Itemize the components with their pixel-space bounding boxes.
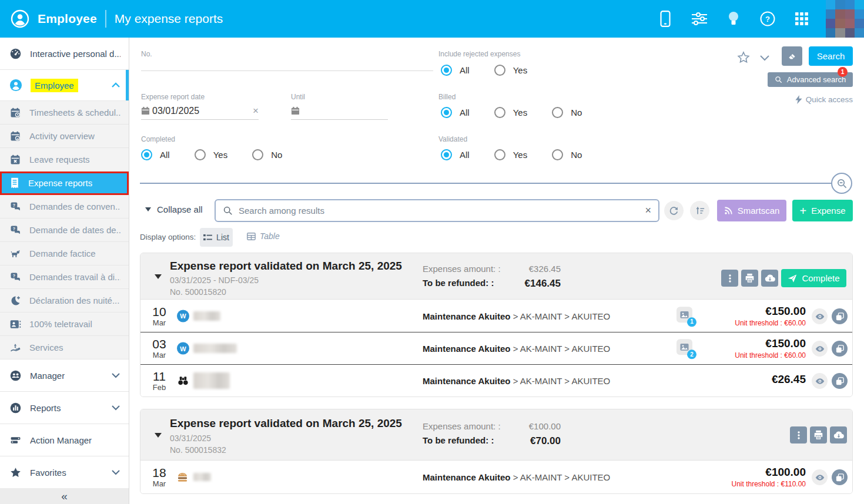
- expense-day: 11: [149, 370, 170, 383]
- expense-row[interactable]: 18Mar Maintenance Akuiteo > AK-MAINT > A…: [140, 460, 852, 493]
- sidebar-item-timesheets[interactable]: Timesheets & schedul...: [0, 101, 129, 125]
- no-input[interactable]: [141, 60, 433, 71]
- radio-validated-no[interactable]: No: [552, 149, 582, 160]
- expense-row[interactable]: 11Feb Maintenance Akuiteo > AK-MAINT > A…: [140, 364, 852, 397]
- sidebar-item-demandes-convenance[interactable]: ? Demandes de conven...: [0, 195, 129, 219]
- expense-row[interactable]: 03Mar W Maintenance Akuiteo > AK-MAINT >…: [140, 332, 852, 364]
- collapse-search-panel-button[interactable]: [831, 173, 852, 194]
- results-search-box: ×: [215, 199, 659, 222]
- until-field[interactable]: [291, 102, 388, 120]
- sidebar-item-teletravail[interactable]: 100% teletravail: [0, 313, 129, 336]
- radio-billed-yes[interactable]: Yes: [494, 107, 527, 118]
- include-rejected-label: Include rejected expenses: [438, 50, 520, 58]
- expenses-amount-label: Expenses amount: :: [423, 264, 517, 274]
- complete-button[interactable]: Complete: [781, 269, 846, 287]
- expense-row[interactable]: 10Mar W Maintenance Akuiteo > AK-MAINT >…: [140, 299, 852, 332]
- collapse-all-toggle[interactable]: Collapse all: [145, 204, 203, 214]
- download-cloud-button[interactable]: [761, 270, 778, 287]
- radio-billed-all[interactable]: All: [441, 107, 470, 118]
- clear-results-search-icon[interactable]: ×: [645, 204, 651, 217]
- redacted-text: [193, 372, 230, 389]
- svg-text:?: ?: [13, 273, 16, 278]
- expense-day: 18: [149, 466, 170, 479]
- radio-validated-yes[interactable]: Yes: [494, 149, 527, 160]
- mobile-app-icon[interactable]: [655, 9, 675, 29]
- more-actions-button[interactable]: [790, 426, 807, 443]
- attachment-image-icon[interactable]: 1: [677, 307, 692, 322]
- display-list-toggle[interactable]: List: [200, 228, 233, 247]
- date-field[interactable]: 03/01/2025 ×: [141, 102, 259, 120]
- collapse-card-icon[interactable]: [155, 274, 162, 279]
- receipt-icon: [9, 177, 20, 189]
- clear-date-icon[interactable]: ×: [253, 105, 259, 117]
- calendar-icon: [291, 106, 300, 115]
- attachment-image-icon[interactable]: 2: [677, 339, 692, 355]
- print-button[interactable]: [810, 426, 827, 443]
- lightbulb-tips-icon[interactable]: [724, 9, 744, 29]
- sidebar-item-action-manager[interactable]: Action Manager: [0, 424, 129, 456]
- radio-completed-yes[interactable]: Yes: [195, 149, 227, 160]
- svg-text:?: ?: [13, 226, 16, 231]
- sidebar-item-favorites[interactable]: Favorites: [0, 456, 129, 489]
- collapse-card-icon[interactable]: [155, 433, 162, 438]
- quick-access-link[interactable]: Quick access: [768, 95, 853, 104]
- expense-day: 10: [149, 305, 170, 318]
- add-expense-button[interactable]: + Expense: [792, 200, 853, 221]
- view-expense-button[interactable]: [812, 469, 828, 485]
- refresh-button[interactable]: [664, 201, 684, 220]
- radio-completed-no[interactable]: No: [252, 149, 282, 160]
- user-avatar[interactable]: [826, 0, 864, 38]
- sidebar-item-services[interactable]: Services: [0, 336, 129, 359]
- smartscan-button[interactable]: Smartscan: [717, 200, 786, 221]
- search-icon: [223, 206, 233, 216]
- duplicate-expense-button[interactable]: [832, 373, 848, 389]
- view-expense-button[interactable]: [812, 373, 828, 389]
- chevron-down-icon: [111, 405, 120, 411]
- apps-grid-icon[interactable]: [792, 9, 812, 29]
- user-circle-icon: [11, 9, 29, 28]
- expense-month: Mar: [149, 351, 170, 359]
- sidebar-item-leave-requests[interactable]: Leave requests: [0, 148, 129, 172]
- radio-validated-all[interactable]: All: [441, 149, 470, 160]
- sidebar-item-declaration-nuitees[interactable]: Déclaration des nuité...: [0, 289, 129, 313]
- sidebar-item-employee[interactable]: Employee: [0, 70, 129, 101]
- sidebar-collapse-button[interactable]: «: [0, 488, 129, 504]
- sidebar-item-interactive-dashboard[interactable]: Interactive personal d...: [0, 38, 129, 70]
- card-amounts: Expenses amount: : €100.00 To be refunde…: [423, 421, 561, 447]
- until-label: Until: [291, 93, 305, 101]
- radio-billed-no[interactable]: No: [552, 107, 582, 118]
- validated-radio-group: All Yes No: [441, 149, 607, 160]
- view-expense-button[interactable]: [812, 341, 828, 357]
- help-icon[interactable]: ?: [758, 9, 778, 29]
- favorite-search-star-icon[interactable]: [736, 51, 751, 65]
- sidebar-item-reports[interactable]: Reports: [0, 392, 129, 424]
- results-search-input[interactable]: [239, 206, 639, 216]
- duplicate-expense-button[interactable]: [832, 469, 848, 485]
- sidebar-item-demande-dates[interactable]: ? Demande de dates de...: [0, 219, 129, 242]
- calendar-x-icon: [9, 154, 21, 166]
- clear-filters-button[interactable]: [782, 46, 802, 66]
- more-actions-button[interactable]: [721, 270, 738, 287]
- sort-button[interactable]: [690, 201, 709, 220]
- duplicate-expense-button[interactable]: [832, 308, 848, 324]
- sidebar-item-expense-reports[interactable]: Expense reports: [0, 172, 129, 195]
- redacted-text: [193, 311, 220, 321]
- settings-sliders-icon[interactable]: [689, 9, 709, 29]
- saved-searches-chevron-icon[interactable]: [759, 55, 770, 61]
- download-cloud-button[interactable]: [830, 426, 847, 443]
- display-table-toggle[interactable]: Table: [247, 231, 280, 241]
- sidebar-item-demande-factice[interactable]: Demande factice: [0, 242, 129, 266]
- sidebar-item-demandes-travail[interactable]: ? Demandes travail à di...: [0, 266, 129, 289]
- sidebar-item-manager[interactable]: Manager: [0, 359, 129, 392]
- search-button[interactable]: Search: [809, 46, 853, 66]
- radio-rejected-yes[interactable]: Yes: [494, 65, 527, 76]
- redacted-text: [193, 473, 211, 481]
- view-expense-button[interactable]: [812, 308, 828, 324]
- print-button[interactable]: [741, 270, 758, 287]
- duplicate-expense-button[interactable]: [832, 341, 848, 357]
- radio-rejected-all[interactable]: All: [441, 65, 470, 76]
- project-path: Maintenance Akuiteo > AK-MAINT > AKUITEO: [423, 311, 610, 321]
- chevron-down-icon: [111, 469, 120, 475]
- radio-completed-all[interactable]: All: [141, 149, 170, 160]
- sidebar-item-activity-overview[interactable]: e Activity overview: [0, 125, 129, 148]
